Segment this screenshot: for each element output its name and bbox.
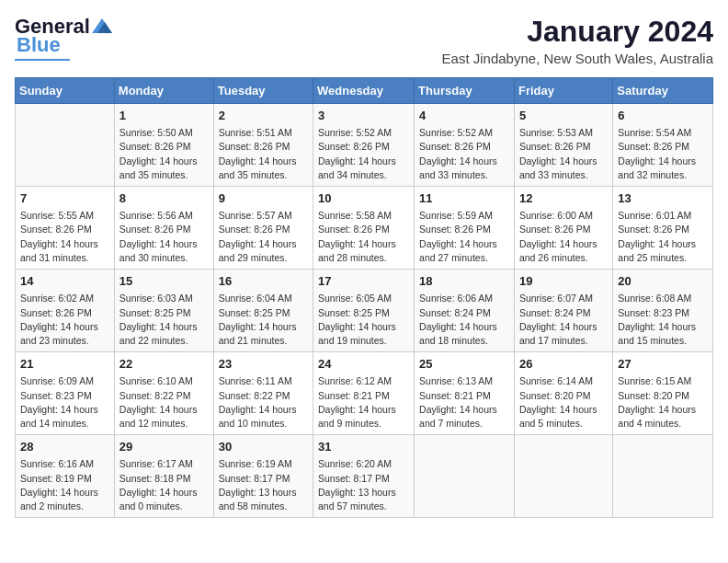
calendar-cell: 18Sunrise: 6:06 AM Sunset: 8:24 PM Dayli…	[415, 270, 515, 352]
day-number: 27	[618, 356, 708, 373]
day-content: Sunrise: 6:07 AM Sunset: 8:24 PM Dayligh…	[519, 292, 608, 348]
calendar-body: 1Sunrise: 5:50 AM Sunset: 8:26 PM Daylig…	[16, 104, 713, 518]
day-number: 22	[119, 356, 209, 373]
day-number: 10	[318, 190, 409, 207]
day-number: 11	[419, 190, 509, 207]
day-number: 4	[419, 108, 509, 124]
header: General Blue January 2024 East Jindabyne…	[15, 15, 713, 66]
day-content: Sunrise: 5:56 AM Sunset: 8:26 PM Dayligh…	[119, 209, 209, 265]
day-content: Sunrise: 6:13 AM Sunset: 8:21 PM Dayligh…	[419, 374, 509, 431]
day-number: 15	[119, 273, 209, 290]
logo-blue: Blue	[15, 33, 61, 57]
page-title: January 2024	[442, 15, 713, 49]
calendar-cell: 25Sunrise: 6:13 AM Sunset: 8:21 PM Dayli…	[415, 352, 515, 435]
day-content: Sunrise: 5:51 AM Sunset: 8:26 PM Dayligh…	[219, 126, 308, 182]
day-content: Sunrise: 6:05 AM Sunset: 8:25 PM Dayligh…	[318, 292, 409, 348]
calendar-cell	[415, 435, 515, 518]
day-content: Sunrise: 6:16 AM Sunset: 8:19 PM Dayligh…	[20, 457, 109, 513]
calendar-cell: 22Sunrise: 6:10 AM Sunset: 8:22 PM Dayli…	[114, 352, 213, 435]
calendar-header-row: SundayMondayTuesdayWednesdayThursdayFrid…	[16, 78, 713, 104]
day-content: Sunrise: 6:03 AM Sunset: 8:25 PM Dayligh…	[119, 292, 209, 348]
day-header-wednesday: Wednesday	[313, 78, 415, 104]
calendar-table: SundayMondayTuesdayWednesdayThursdayFrid…	[15, 77, 713, 518]
day-content: Sunrise: 6:19 AM Sunset: 8:17 PM Dayligh…	[219, 457, 308, 513]
day-content: Sunrise: 6:04 AM Sunset: 8:25 PM Dayligh…	[219, 292, 308, 348]
day-number: 24	[318, 356, 409, 373]
calendar-cell: 16Sunrise: 6:04 AM Sunset: 8:25 PM Dayli…	[213, 270, 313, 352]
day-number: 28	[20, 439, 109, 455]
calendar-cell: 31Sunrise: 6:20 AM Sunset: 8:17 PM Dayli…	[313, 435, 415, 518]
calendar-cell	[514, 435, 612, 518]
title-area: January 2024 East Jindabyne, New South W…	[442, 15, 713, 66]
day-number: 31	[318, 439, 409, 455]
day-content: Sunrise: 5:58 AM Sunset: 8:26 PM Dayligh…	[318, 209, 409, 265]
day-content: Sunrise: 6:12 AM Sunset: 8:21 PM Dayligh…	[318, 374, 409, 431]
logo: General Blue	[15, 15, 112, 61]
calendar-cell: 12Sunrise: 6:00 AM Sunset: 8:26 PM Dayli…	[514, 187, 612, 270]
calendar-cell: 1Sunrise: 5:50 AM Sunset: 8:26 PM Daylig…	[114, 104, 213, 187]
day-content: Sunrise: 5:55 AM Sunset: 8:26 PM Dayligh…	[20, 209, 109, 265]
day-content: Sunrise: 5:50 AM Sunset: 8:26 PM Dayligh…	[119, 126, 209, 182]
day-content: Sunrise: 6:15 AM Sunset: 8:20 PM Dayligh…	[618, 374, 708, 431]
day-number: 9	[219, 190, 308, 207]
calendar-cell	[16, 104, 115, 187]
calendar-cell: 9Sunrise: 5:57 AM Sunset: 8:26 PM Daylig…	[213, 187, 313, 270]
calendar-cell: 3Sunrise: 5:52 AM Sunset: 8:26 PM Daylig…	[313, 104, 415, 187]
calendar-cell: 15Sunrise: 6:03 AM Sunset: 8:25 PM Dayli…	[114, 270, 213, 352]
day-number: 16	[219, 273, 308, 290]
calendar-cell: 21Sunrise: 6:09 AM Sunset: 8:23 PM Dayli…	[16, 352, 115, 435]
day-number: 30	[219, 439, 308, 455]
calendar-cell: 13Sunrise: 6:01 AM Sunset: 8:26 PM Dayli…	[613, 187, 713, 270]
day-number: 8	[119, 190, 209, 207]
day-number: 5	[519, 108, 608, 124]
calendar-cell: 10Sunrise: 5:58 AM Sunset: 8:26 PM Dayli…	[313, 187, 415, 270]
calendar-cell	[613, 435, 713, 518]
day-content: Sunrise: 6:06 AM Sunset: 8:24 PM Dayligh…	[419, 292, 509, 348]
logo-underline	[15, 59, 70, 61]
day-number: 7	[20, 190, 109, 207]
calendar-cell: 17Sunrise: 6:05 AM Sunset: 8:25 PM Dayli…	[313, 270, 415, 352]
day-content: Sunrise: 5:53 AM Sunset: 8:26 PM Dayligh…	[519, 126, 608, 182]
day-content: Sunrise: 6:00 AM Sunset: 8:26 PM Dayligh…	[519, 209, 608, 265]
calendar-cell: 27Sunrise: 6:15 AM Sunset: 8:20 PM Dayli…	[613, 352, 713, 435]
calendar-cell: 19Sunrise: 6:07 AM Sunset: 8:24 PM Dayli…	[514, 270, 612, 352]
calendar-week-5: 28Sunrise: 6:16 AM Sunset: 8:19 PM Dayli…	[16, 435, 713, 518]
day-number: 18	[419, 273, 509, 290]
day-content: Sunrise: 5:54 AM Sunset: 8:26 PM Dayligh…	[618, 126, 708, 182]
calendar-cell: 8Sunrise: 5:56 AM Sunset: 8:26 PM Daylig…	[114, 187, 213, 270]
calendar-cell: 30Sunrise: 6:19 AM Sunset: 8:17 PM Dayli…	[213, 435, 313, 518]
day-content: Sunrise: 6:14 AM Sunset: 8:20 PM Dayligh…	[519, 374, 608, 431]
day-number: 14	[20, 273, 109, 290]
day-content: Sunrise: 5:57 AM Sunset: 8:26 PM Dayligh…	[219, 209, 308, 265]
day-number: 29	[119, 439, 209, 455]
day-content: Sunrise: 6:17 AM Sunset: 8:18 PM Dayligh…	[119, 457, 209, 513]
day-number: 3	[318, 108, 409, 124]
calendar-cell: 5Sunrise: 5:53 AM Sunset: 8:26 PM Daylig…	[514, 104, 612, 187]
calendar-cell: 23Sunrise: 6:11 AM Sunset: 8:22 PM Dayli…	[213, 352, 313, 435]
calendar-week-2: 7Sunrise: 5:55 AM Sunset: 8:26 PM Daylig…	[16, 187, 713, 270]
day-content: Sunrise: 6:20 AM Sunset: 8:17 PM Dayligh…	[318, 457, 409, 513]
day-number: 23	[219, 356, 308, 373]
day-number: 17	[318, 273, 409, 290]
day-content: Sunrise: 6:02 AM Sunset: 8:26 PM Dayligh…	[20, 292, 109, 348]
logo-icon	[92, 18, 112, 33]
calendar-cell: 14Sunrise: 6:02 AM Sunset: 8:26 PM Dayli…	[16, 270, 115, 352]
calendar-cell: 28Sunrise: 6:16 AM Sunset: 8:19 PM Dayli…	[16, 435, 115, 518]
day-number: 2	[219, 108, 308, 124]
day-header-saturday: Saturday	[613, 78, 713, 104]
page-subtitle: East Jindabyne, New South Wales, Austral…	[442, 51, 713, 66]
calendar-week-3: 14Sunrise: 6:02 AM Sunset: 8:26 PM Dayli…	[16, 270, 713, 352]
calendar-week-1: 1Sunrise: 5:50 AM Sunset: 8:26 PM Daylig…	[16, 104, 713, 187]
day-number: 1	[119, 108, 209, 124]
day-content: Sunrise: 6:08 AM Sunset: 8:23 PM Dayligh…	[618, 292, 708, 348]
calendar-cell: 26Sunrise: 6:14 AM Sunset: 8:20 PM Dayli…	[514, 352, 612, 435]
day-number: 21	[20, 356, 109, 373]
calendar-cell: 7Sunrise: 5:55 AM Sunset: 8:26 PM Daylig…	[16, 187, 115, 270]
day-content: Sunrise: 5:59 AM Sunset: 8:26 PM Dayligh…	[419, 209, 509, 265]
calendar-cell: 20Sunrise: 6:08 AM Sunset: 8:23 PM Dayli…	[613, 270, 713, 352]
calendar-cell: 6Sunrise: 5:54 AM Sunset: 8:26 PM Daylig…	[613, 104, 713, 187]
day-content: Sunrise: 6:01 AM Sunset: 8:26 PM Dayligh…	[618, 209, 708, 265]
day-number: 25	[419, 356, 509, 373]
calendar-cell: 2Sunrise: 5:51 AM Sunset: 8:26 PM Daylig…	[213, 104, 313, 187]
day-number: 19	[519, 273, 608, 290]
